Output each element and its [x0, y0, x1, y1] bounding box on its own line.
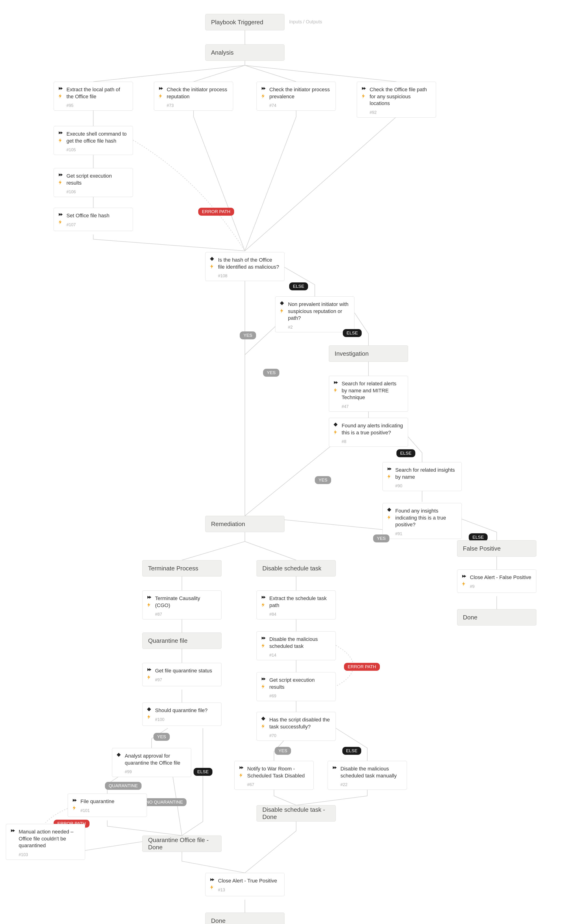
task-ref: #108 [218, 273, 280, 278]
badge-yes: YES [154, 733, 170, 741]
badge-else: ELSE [469, 533, 487, 541]
task-should-quarantine[interactable]: Should quarantine file? #100 [142, 702, 221, 726]
task-check-prevalence[interactable]: Check the initiator process prevalence #… [257, 82, 336, 111]
bolt-icon [72, 806, 76, 810]
header-done-fp[interactable]: Done [457, 609, 537, 626]
task-title: File quarantine [81, 798, 142, 805]
task-title: Is the hash of the Office file identifie… [218, 256, 280, 270]
header-quarantine-done[interactable]: Quarantine Office file - Done [142, 836, 221, 852]
header-label: Done [463, 614, 477, 621]
task-ref: #13 [218, 888, 280, 892]
task-disable-scheduled[interactable]: Disable the malicious scheduled task #14 [257, 632, 336, 660]
task-title: Set Office file hash [66, 212, 128, 219]
task-title: Found any alerts indicating this is a tr… [342, 422, 403, 436]
task-non-prevalent[interactable]: Non prevalent initiator with suspicious … [275, 296, 354, 332]
task-ref: #103 [19, 852, 80, 857]
header-terminate-process[interactable]: Terminate Process [142, 560, 221, 576]
svg-rect-2 [334, 423, 338, 427]
task-hash-malicious[interactable]: Is the hash of the Office file identifie… [205, 252, 284, 281]
header-remediation[interactable]: Remediation [205, 516, 284, 532]
task-set-file-hash[interactable]: Set Office file hash #107 [54, 208, 133, 231]
task-close-alert-tp[interactable]: Close Alert - True Positive #13 [205, 873, 284, 896]
bolt-icon [280, 309, 284, 313]
header-analysis[interactable]: Analysis [205, 44, 284, 61]
task-ref: #8 [342, 439, 403, 444]
task-title: Extract the schedule task path [269, 595, 331, 609]
task-terminate-causality[interactable]: Terminate Causality (CGO) #87 [142, 591, 221, 620]
task-title: Terminate Causality (CGO) [155, 595, 217, 609]
header-label: Quarantine file [148, 637, 187, 644]
task-get-script-results-2[interactable]: Get script execution results #69 [257, 672, 336, 701]
header-playbook-triggered[interactable]: Playbook Triggered [205, 14, 284, 30]
action-icon [146, 595, 151, 600]
task-manual-action[interactable]: Manual action needed – Office file could… [6, 824, 85, 860]
action-icon [58, 130, 63, 135]
task-execute-shell-hash[interactable]: Execute shell command to get the office … [54, 126, 133, 155]
task-file-quarantine[interactable]: File quarantine #101 [67, 794, 147, 817]
condition-icon [333, 422, 338, 427]
task-ref: #101 [81, 808, 142, 813]
task-search-alerts[interactable]: Search for related alerts by name and MI… [329, 376, 408, 412]
action-icon [239, 765, 244, 770]
task-analyst-approval[interactable]: Analyst approval for quarantine the Offi… [112, 748, 191, 777]
bolt-icon [361, 94, 365, 98]
svg-rect-5 [117, 753, 121, 757]
task-extract-schedule-path[interactable]: Extract the schedule task path #84 [257, 591, 336, 620]
header-label: Analysis [211, 49, 234, 56]
header-quarantine-file[interactable]: Quarantine file [142, 633, 221, 649]
task-ref: #14 [269, 653, 331, 658]
bolt-icon [58, 94, 62, 98]
bolt-icon [239, 773, 243, 777]
badge-else: ELSE [289, 282, 308, 290]
task-title: Get script execution results [269, 676, 331, 690]
svg-rect-6 [262, 717, 265, 721]
task-title: Disable the malicious scheduled task man… [341, 765, 402, 779]
task-extract-local-path[interactable]: Extract the local path of the Office fil… [54, 82, 133, 111]
playbook-flowchart: Playbook Triggered Inputs / Outputs Anal… [4, 4, 562, 924]
task-close-alert-fp[interactable]: Close Alert - False Positive #9 [457, 570, 537, 593]
header-done-final[interactable]: Done [205, 913, 284, 924]
task-title: Close Alert - False Positive [470, 574, 531, 581]
task-disable-manually[interactable]: Disable the malicious scheduled task man… [327, 761, 407, 790]
task-notify-war-room[interactable]: Notify to War Room - Scheduled Task Disa… [235, 761, 314, 790]
task-ref: #106 [66, 189, 128, 194]
task-ref: #69 [269, 694, 331, 699]
action-icon [261, 86, 266, 91]
task-get-script-results-1[interactable]: Get script execution results #106 [54, 168, 133, 197]
badge-else: ELSE [396, 449, 416, 457]
task-ref: #97 [155, 678, 217, 682]
task-found-alerts[interactable]: Found any alerts indicating this is a tr… [329, 418, 408, 447]
task-ref: #87 [155, 612, 217, 617]
bolt-icon [146, 715, 151, 719]
task-ref: #105 [66, 147, 128, 152]
task-search-insights[interactable]: Search for related insights by name #90 [383, 462, 462, 491]
action-icon [158, 86, 163, 91]
task-title: Check the initiator process reputation [167, 86, 228, 100]
header-disable-done[interactable]: Disable schedule task - Done [257, 805, 336, 822]
task-ref: #47 [342, 404, 403, 409]
action-icon [361, 86, 366, 91]
task-title: Check the initiator process prevalence [269, 86, 331, 100]
task-get-quarantine-status[interactable]: Get file quarantine status #97 [142, 663, 221, 686]
bolt-icon [58, 220, 62, 224]
action-icon [58, 86, 63, 91]
task-title: Non prevalent initiator with suspicious … [288, 301, 350, 322]
task-title: Extract the local path of the Office fil… [66, 86, 128, 100]
task-check-suspicious-path[interactable]: Check the Office file path for any suspi… [357, 82, 436, 118]
badge-error-path-2: ERROR PATH [344, 663, 380, 671]
action-icon [58, 212, 63, 217]
task-script-disabled-success[interactable]: Has the script disabled the task success… [257, 712, 336, 741]
header-investigation[interactable]: Investigation [329, 345, 408, 362]
header-false-positive[interactable]: False Positive [457, 540, 537, 556]
action-icon [72, 798, 77, 802]
task-found-insights[interactable]: Found any insights indicating this is a … [383, 503, 462, 539]
task-ref: #107 [66, 222, 128, 227]
header-disable-schedule[interactable]: Disable schedule task [257, 560, 336, 576]
task-title: Check the Office file path for any suspi… [370, 86, 431, 107]
task-ref: #95 [66, 103, 128, 108]
bolt-icon [261, 684, 265, 689]
task-check-reputation[interactable]: Check the initiator process reputation #… [154, 82, 233, 111]
condition-icon [387, 507, 392, 512]
badge-else: ELSE [342, 747, 361, 755]
task-ref: #22 [341, 782, 402, 787]
